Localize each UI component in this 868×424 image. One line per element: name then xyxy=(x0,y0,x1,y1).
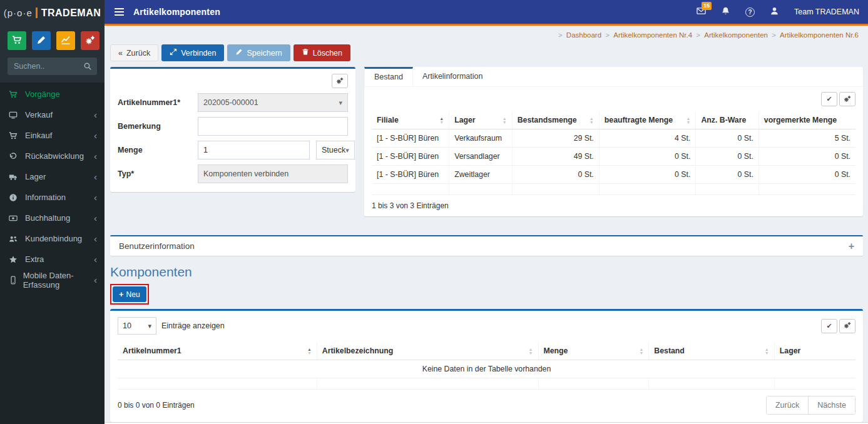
verbinden-button[interactable]: Verbinden xyxy=(161,44,224,61)
back-button[interactable]: « Zurück xyxy=(110,44,158,61)
col-lager[interactable]: Lager▲▼ xyxy=(449,111,512,129)
typ-field: Komponenten verbinden xyxy=(198,164,348,183)
sidebar-item-einkauf[interactable]: Einkauf ‹ xyxy=(0,125,105,146)
brand-logo[interactable]: (p·o·e TRADEMAN xyxy=(0,0,105,26)
main-area: Artikelkomponenten 15 ? Team TRADEMAN > … xyxy=(105,0,868,424)
table-row[interactable]: [1 - S-BÜR] BürenVersandlager 49 St.0 St… xyxy=(372,148,855,166)
sidebar-item-buchhaltung[interactable]: Buchhaltung ‹ xyxy=(0,208,105,228)
question-icon: ? xyxy=(745,8,755,17)
logo-poe-text: (p·o·e xyxy=(4,8,33,18)
tab-bar: Bestand Artikelinformation xyxy=(364,67,863,87)
sidebar-item-lager[interactable]: Lager ‹ xyxy=(0,166,105,187)
trash-icon xyxy=(302,48,309,58)
col-artikelnummer1[interactable]: Artikelnummer1▲▼ xyxy=(118,342,317,360)
col-beauftragte-menge[interactable]: beauftragte Menge▲▼ xyxy=(599,111,696,129)
sidebar-item-information[interactable]: Information ‹ xyxy=(0,187,105,208)
navbar-actions: 15 ? Team TRADEMAN xyxy=(697,6,868,18)
chevron-left-icon: ‹ xyxy=(94,193,97,202)
sidebar-item-verkauf[interactable]: Verkauf ‹ xyxy=(0,104,105,125)
benutzerinformation-title: Benutzerinformation xyxy=(119,241,195,251)
pagination-prev-button[interactable]: Zurück xyxy=(767,396,808,414)
search-icon[interactable] xyxy=(83,62,92,73)
chevron-down-icon: ▾ xyxy=(148,322,151,330)
col-anz-bware[interactable]: Anz. B-Ware xyxy=(696,111,758,129)
page-length-select[interactable]: 10 ▾ xyxy=(118,317,156,335)
sidebar-item-label: Lager xyxy=(25,172,46,181)
sidebar-item-kundenbindung[interactable]: Kundenbindung ‹ xyxy=(0,228,105,249)
breadcrumb-dashboard[interactable]: Dashboard xyxy=(566,31,601,39)
quick-edit-button[interactable] xyxy=(32,31,51,50)
connect-icon xyxy=(170,48,177,58)
komponenten-panel: 10 ▾ Einträge anzeigen ✔ Artikelnummer1▲… xyxy=(110,309,863,422)
sort-icon: ▲▼ xyxy=(686,117,690,124)
tab-artikelinformation[interactable]: Artikelinformation xyxy=(413,67,493,86)
col-vorgemerkte-menge[interactable]: vorgemerkte Menge xyxy=(758,111,855,129)
form-settings-button[interactable] xyxy=(332,74,348,88)
hamburger-menu-icon[interactable] xyxy=(105,0,133,24)
sort-icon: ▲▼ xyxy=(529,348,533,355)
col-menge[interactable]: Menge▲▼ xyxy=(538,342,649,360)
komponenten-heading: Komponenten xyxy=(110,265,863,280)
breadcrumb-artikelkomponenten-nr4[interactable]: Artikelkomponenten Nr.4 xyxy=(613,31,692,39)
benutzerinformation-panel[interactable]: Benutzerinformation + xyxy=(110,235,863,256)
truck-icon xyxy=(9,173,20,181)
quick-settings-button[interactable] xyxy=(81,31,100,50)
einheit-select[interactable]: Stueck ▾ xyxy=(316,141,355,159)
table-row[interactable]: [1 - S-BÜR] BürenZweitlager 0 St.0 St. 0… xyxy=(372,166,855,184)
speichern-button[interactable]: Speichern xyxy=(227,44,290,61)
komponenten-check-button[interactable]: ✔ xyxy=(821,319,837,333)
help-button[interactable]: ? xyxy=(745,8,755,17)
bestand-tab-panel: Bestand Artikelinformation ✔ Fili xyxy=(364,67,863,216)
col-artikelbezeichnung[interactable]: Artikelbezeichnung▲▼ xyxy=(317,342,538,360)
quick-chart-button[interactable] xyxy=(56,31,75,50)
component-form-panel: Artikelnummer1* 202005-000001 ▾ Bemerkun… xyxy=(110,67,355,192)
loeschen-button[interactable]: Löschen xyxy=(294,44,350,61)
breadcrumb-artikelkomponenten-nr6[interactable]: Artikelkomponenten Nr.6 xyxy=(780,31,859,39)
sidebar-item-rueckabwicklung[interactable]: Rückabwicklung ‹ xyxy=(0,146,105,166)
sidebar: (p·o·e TRADEMAN Vorgänge Verk xyxy=(0,0,105,424)
gears-icon xyxy=(844,321,851,330)
empty-table-message: Keine Daten in der Tabelle vorhanden xyxy=(118,360,855,378)
user-label[interactable]: Team TRADEMAN xyxy=(794,8,859,16)
col-bestand[interactable]: Bestand▲▼ xyxy=(649,342,774,360)
quick-cart-button[interactable] xyxy=(8,31,26,50)
messages-button[interactable]: 15 xyxy=(697,6,706,18)
cart-icon xyxy=(12,35,22,47)
menge-field[interactable] xyxy=(198,141,310,159)
komponenten-settings-button[interactable] xyxy=(839,319,855,333)
cart-icon xyxy=(9,131,20,140)
col-bestandsmenge[interactable]: Bestandsmenge▲▼ xyxy=(512,111,599,129)
artikelnummer-select[interactable]: 202005-000001 ▾ xyxy=(198,93,348,112)
breadcrumb: > Dashboard > Artikelkomponenten Nr.4 > … xyxy=(105,26,868,40)
neu-button[interactable]: + Neu xyxy=(113,286,146,302)
sidebar-search xyxy=(8,58,97,75)
bestand-check-button[interactable]: ✔ xyxy=(821,92,837,106)
chart-icon xyxy=(61,35,71,47)
bemerkung-field[interactable] xyxy=(198,117,348,136)
bestand-table-info: 1 bis 3 von 3 Einträgen xyxy=(372,195,855,210)
sidebar-item-label: Verkauf xyxy=(25,110,53,119)
pagination-next-button[interactable]: Nächste xyxy=(808,396,855,414)
info-icon xyxy=(9,193,20,202)
table-row[interactable]: [1 - S-BÜR] BürenVerkaufsraum 29 St.4 St… xyxy=(372,129,855,148)
plus-icon: + xyxy=(119,290,124,299)
tab-bestand[interactable]: Bestand xyxy=(364,67,413,86)
breadcrumb-artikelkomponenten[interactable]: Artikelkomponenten xyxy=(704,31,768,39)
gears-icon xyxy=(85,35,95,47)
table-row-empty xyxy=(372,184,855,195)
sidebar-item-vorgaenge[interactable]: Vorgänge xyxy=(0,84,105,104)
expand-plus-icon[interactable]: + xyxy=(849,241,854,252)
chevron-left-icon: ‹ xyxy=(94,234,97,243)
sort-icon: ▲▼ xyxy=(439,117,444,124)
sidebar-item-label: Vorgänge xyxy=(25,89,60,99)
col-filiale[interactable]: Filiale▲▼ xyxy=(372,111,449,129)
messages-count-badge: 15 xyxy=(702,2,712,10)
monitor-icon xyxy=(9,111,20,119)
bestand-settings-button[interactable] xyxy=(839,92,855,106)
notifications-button[interactable] xyxy=(721,6,730,18)
chevron-left-icon: ‹ xyxy=(94,151,97,161)
user-menu-button[interactable] xyxy=(770,6,779,18)
col-lager2[interactable]: Lager xyxy=(774,342,855,360)
sidebar-item-extra[interactable]: Extra ‹ xyxy=(0,249,105,270)
sidebar-item-mobile-daten-erfassung[interactable]: Mobile Daten-Erfassung ‹ xyxy=(0,270,105,290)
